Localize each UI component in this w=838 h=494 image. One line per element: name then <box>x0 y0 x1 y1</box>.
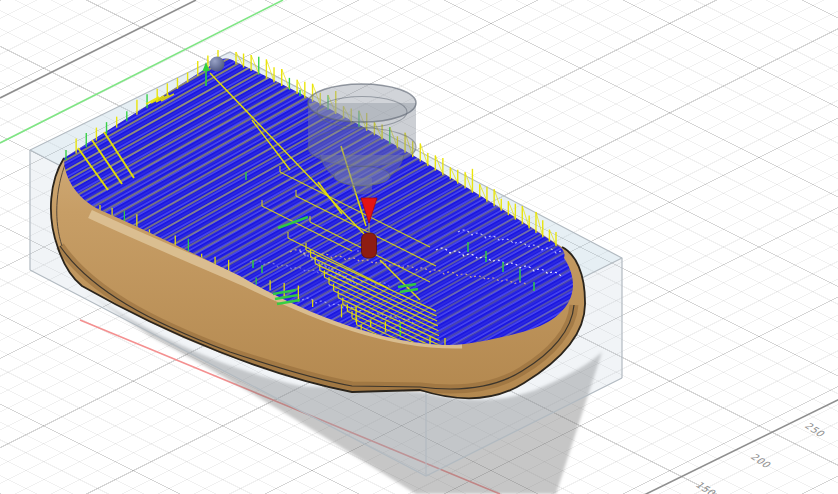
coil-hatch <box>93 336 107 343</box>
coil-hatch <box>97 335 111 342</box>
scallop-speckle <box>307 255 308 256</box>
scallop-speckle <box>311 258 312 259</box>
scallop-speckle <box>303 252 304 253</box>
coil-hatch <box>88 337 102 344</box>
scallop-speckle <box>350 281 351 282</box>
scallop-speckle <box>328 267 329 268</box>
scallop-speckle <box>299 249 300 250</box>
scallop-speckle <box>331 268 332 269</box>
scallop-speckle <box>357 250 358 251</box>
toolpath-start-sphere <box>210 57 225 72</box>
scene-canvas <box>0 0 838 494</box>
scallop-speckle <box>300 251 301 252</box>
coil-hatch <box>102 334 116 341</box>
cam-3d-viewport[interactable]: 250 200 150 <box>0 0 838 494</box>
marker-tool-tip <box>362 233 377 258</box>
grid-edge-near <box>642 398 838 494</box>
scallop-speckle <box>304 254 305 255</box>
scallop-speckle <box>325 266 326 267</box>
scallop-speckle <box>324 264 325 265</box>
scallop-speckle <box>321 263 322 264</box>
scallop-speckle <box>338 272 339 273</box>
